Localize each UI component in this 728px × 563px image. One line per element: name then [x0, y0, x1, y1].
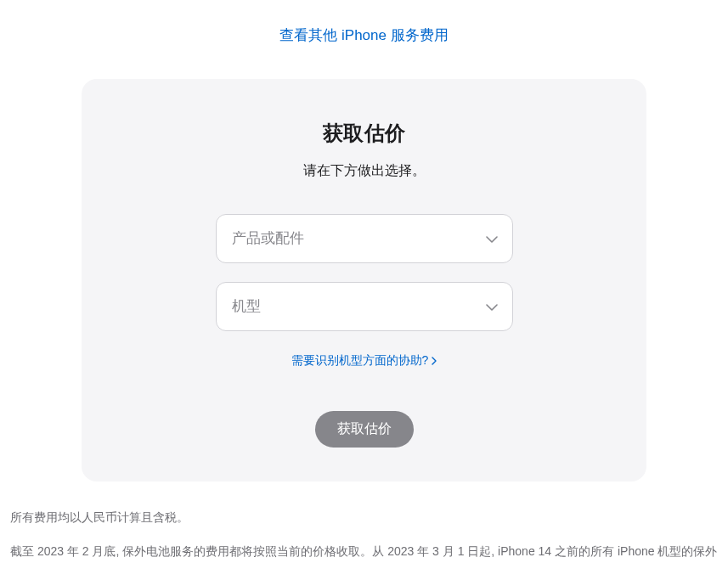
model-select-wrapper: 机型 [216, 282, 513, 331]
card-title: 获取估价 [116, 120, 612, 147]
card-subtitle: 请在下方做出选择。 [116, 162, 612, 180]
footnote-line2-pre: 截至 2023 年 2 月底, 保外电池服务的费用都将按照当前的价格收取。从 2… [10, 544, 717, 563]
estimate-card: 获取估价 请在下方做出选择。 产品或配件 机型 需要识别机型方面的协助? 获取估… [82, 79, 646, 481]
footnote-section: 所有费用均以人民币计算且含税。 截至 2023 年 2 月底, 保外电池服务的费… [8, 505, 720, 563]
footnote-price-change: 截至 2023 年 2 月底, 保外电池服务的费用都将按照当前的价格收取。从 2… [10, 539, 718, 563]
other-services-link[interactable]: 查看其他 iPhone 服务费用 [279, 27, 448, 43]
help-link-label: 需要识别机型方面的协助? [291, 353, 429, 369]
footnote-tax-info: 所有费用均以人民币计算且含税。 [10, 505, 718, 529]
product-select-wrapper: 产品或配件 [216, 214, 513, 263]
model-select[interactable]: 机型 [216, 282, 513, 331]
identify-model-help-link[interactable]: 需要识别机型方面的协助? [291, 353, 437, 369]
get-estimate-button[interactable]: 获取估价 [315, 411, 414, 448]
top-link-wrapper: 查看其他 iPhone 服务费用 [8, 25, 720, 45]
chevron-right-icon [432, 354, 437, 368]
page-container: 查看其他 iPhone 服务费用 获取估价 请在下方做出选择。 产品或配件 机型… [0, 0, 728, 563]
product-select[interactable]: 产品或配件 [216, 214, 513, 263]
